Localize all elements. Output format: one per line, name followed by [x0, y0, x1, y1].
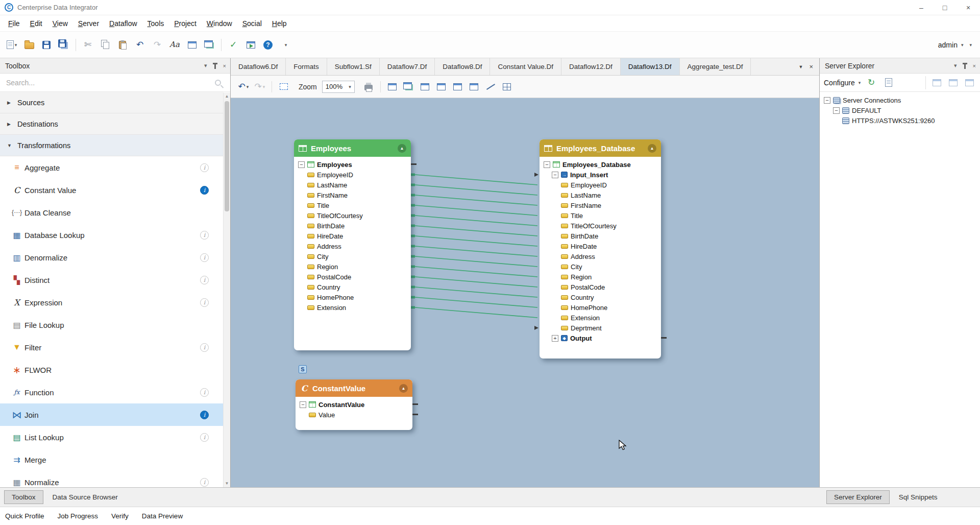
info-icon[interactable]: i	[200, 478, 209, 487]
tab-constant-value-df[interactable]: Constant Value.Df	[490, 58, 561, 75]
tab-dataflow12-df[interactable]: Dataflow12.Df	[561, 58, 621, 75]
menu-help[interactable]: Help	[267, 15, 292, 32]
section-transformations[interactable]: ▼Transformations	[0, 135, 223, 156]
field-row[interactable]: FirstName	[544, 200, 658, 210]
field-row[interactable]: Region	[298, 261, 408, 272]
schema-view-button[interactable]	[946, 76, 960, 89]
undo-button[interactable]: ↶▾	[236, 79, 251, 94]
run-dataflow-button[interactable]	[242, 37, 259, 53]
toolbox-item-function[interactable]: ƒxFunctioni	[0, 381, 223, 403]
field-row[interactable]: EmployeeID	[544, 180, 658, 190]
close-panel-icon[interactable]: ×	[973, 63, 976, 69]
menu-edit[interactable]: Edit	[25, 15, 47, 32]
field-row[interactable]: BirthDate	[298, 221, 408, 231]
save-all-button[interactable]	[56, 37, 72, 53]
expand-all-button[interactable]	[385, 79, 400, 94]
script-button[interactable]	[882, 76, 895, 89]
tab-subflow1-sf[interactable]: Subflow1.Sf	[327, 58, 380, 75]
align-left-button[interactable]	[418, 79, 433, 94]
tab-dataflow8-df[interactable]: Dataflow8.Df	[435, 58, 490, 75]
section-destinations[interactable]: ▶Destinations	[0, 113, 223, 135]
field-row[interactable]: Address	[298, 241, 408, 251]
status-quick-profile[interactable]: Quick Profile	[5, 512, 44, 520]
node-employees[interactable]: Employees ▲ −EmployeesEmployeeIDLastName…	[294, 139, 411, 350]
field-row[interactable]: Region	[544, 272, 658, 282]
validate-button[interactable]: ✓	[225, 37, 241, 53]
align-right-button[interactable]	[450, 79, 465, 94]
field-row[interactable]: HireDate	[298, 231, 408, 241]
toolbox-item-data-cleanse[interactable]: {⋯}Data Cleanse	[0, 201, 223, 224]
preview-window-button[interactable]	[201, 37, 217, 53]
scrollbar-thumb[interactable]	[225, 101, 229, 211]
field-row[interactable]: Value	[300, 410, 409, 420]
toolbox-item-join[interactable]: ⋈Joini	[0, 403, 223, 426]
tree-root-constant-value[interactable]: −ConstantValue	[300, 399, 409, 410]
scroll-up-button[interactable]: ▲	[224, 92, 230, 100]
bottom-tab-toolbox[interactable]: Toolbox	[4, 490, 43, 504]
field-row[interactable]: PostalCode	[298, 272, 408, 282]
tree-node-input-insert[interactable]: −→Input_Insert	[544, 170, 658, 180]
collapse-expander-icon[interactable]: −	[300, 401, 306, 408]
collapse-node-button[interactable]: ▲	[648, 144, 656, 153]
tree-root-employees-database[interactable]: −Employees_Database	[544, 159, 658, 170]
scroll-down-button[interactable]: ▼	[224, 480, 230, 487]
collapse-expander-icon[interactable]: −	[824, 97, 830, 104]
field-row[interactable]: TitleOfCourtesy	[298, 210, 408, 221]
close-button[interactable]: ×	[957, 0, 980, 15]
window-position-icon[interactable]: ▾	[204, 62, 207, 69]
field-row[interactable]: City	[298, 251, 408, 261]
status-verify[interactable]: Verify	[111, 512, 129, 520]
print-button[interactable]	[361, 79, 376, 94]
edit-properties-button[interactable]	[184, 37, 200, 53]
toolbox-scrollbar[interactable]: ▲ ▼	[223, 92, 230, 487]
field-row[interactable]: LastName	[544, 190, 658, 200]
node-constant-value[interactable]: C ConstantValue ▲ −ConstantValueValue	[296, 379, 412, 430]
toolbox-item-merge[interactable]: ⇉Merge	[0, 448, 223, 471]
menu-window[interactable]: Window	[202, 15, 237, 32]
menu-tools[interactable]: Tools	[142, 15, 169, 32]
field-row[interactable]: HomePhone	[298, 292, 408, 302]
bottom-tab-sql-snippets[interactable]: Sql Snippets	[892, 491, 945, 504]
server-tree-item-https-astwks251-9260[interactable]: HTTPS://ASTWKS251:9260	[822, 115, 978, 126]
copy-button[interactable]	[97, 37, 113, 53]
info-icon[interactable]: i	[200, 253, 209, 262]
input-port[interactable]	[534, 173, 538, 177]
search-input[interactable]	[6, 79, 215, 87]
field-row[interactable]: EmployeeID	[298, 170, 408, 180]
toolbox-item-flwor[interactable]: ∗FLWOR	[0, 359, 223, 381]
menu-project[interactable]: Project	[169, 15, 202, 32]
field-row[interactable]: HireDate	[544, 241, 658, 251]
section-sources[interactable]: ▶Sources	[0, 92, 223, 113]
output-port[interactable]	[412, 403, 418, 405]
toolbox-item-list-lookup[interactable]: ▤List Lookupi	[0, 426, 223, 448]
redo-button[interactable]: ↷▾	[252, 79, 267, 94]
refresh-button[interactable]: ↻	[865, 76, 878, 89]
tree-root-employees[interactable]: −Employees	[298, 159, 408, 170]
close-tab-icon[interactable]: ×	[809, 63, 813, 70]
field-row[interactable]: Extension	[544, 313, 658, 323]
format-font-button[interactable]: Aa	[166, 37, 183, 53]
menu-dataflow[interactable]: Dataflow	[104, 15, 142, 32]
toolbox-item-file-lookup[interactable]: ▤File Lookup	[0, 314, 223, 336]
field-row[interactable]: HomePhone	[544, 302, 658, 313]
info-icon[interactable]: i	[200, 411, 209, 419]
collapse-expander-icon[interactable]: −	[298, 161, 305, 168]
node-constant-value-header[interactable]: C ConstantValue ▲	[296, 379, 412, 397]
toolbox-item-filter[interactable]: ▼Filteri	[0, 336, 223, 359]
collapse-expander-icon[interactable]: −	[544, 161, 550, 168]
bottom-tab-server-explorer[interactable]: Server Explorer	[826, 490, 890, 504]
info-icon[interactable]: i	[200, 231, 209, 240]
field-row[interactable]: Extension	[298, 302, 408, 313]
toolbar-options-button[interactable]: ▾	[277, 37, 293, 53]
tab-list-dropdown-icon[interactable]: ▼	[798, 64, 803, 69]
node-employees-header[interactable]: Employees ▲	[294, 139, 411, 157]
info-icon[interactable]: i	[200, 276, 209, 284]
collapse-node-button[interactable]: ▲	[399, 384, 408, 393]
server-tree-item-default[interactable]: −DEFAULT	[822, 105, 978, 115]
expand-expander-icon[interactable]: +	[552, 335, 558, 342]
save-button[interactable]	[38, 37, 55, 53]
redo-button[interactable]: ↷	[149, 37, 165, 53]
select-mode-button[interactable]	[276, 79, 291, 94]
field-row[interactable]: City	[544, 261, 658, 272]
field-row[interactable]: TitleOfCourtesy	[544, 221, 658, 231]
